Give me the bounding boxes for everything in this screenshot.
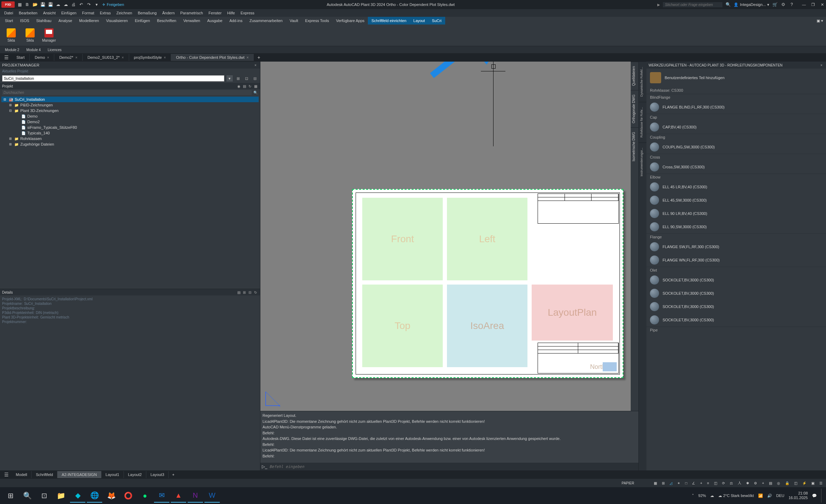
pm-det-ico4[interactable]: ↻ <box>253 290 258 295</box>
ribbon-tab-start[interactable]: Start <box>1 17 16 24</box>
drawing-type-tab[interactable]: Orthogonale DWG <box>631 90 638 127</box>
ribbon-btn-manager[interactable]: Manager <box>40 25 58 46</box>
ribbon-tab-modellieren[interactable]: Modellieren <box>76 17 103 24</box>
dynamics-icon[interactable]: ◆ <box>70 489 85 503</box>
ribbon-overflow-icon[interactable]: ▣ ▾ <box>814 17 826 24</box>
palette-item[interactable]: ELL 90 LR,BV,40 (CS300) <box>646 207 826 220</box>
palette-item[interactable]: SOCKOLET,BV,3000 (CS300) <box>646 300 826 313</box>
ribbon-tab-visualisieren[interactable]: Visualisieren <box>103 17 131 24</box>
saveas-icon[interactable]: 💾 <box>48 2 53 7</box>
tree-expand-icon[interactable]: ⊞ <box>8 137 13 140</box>
doc-tab-close-icon[interactable]: × <box>75 56 77 59</box>
weather-widget[interactable]: ☁ 2°C Stark bewölkt <box>718 493 754 498</box>
autocad-icon[interactable]: ▲ <box>171 489 186 503</box>
viewport-isoarea[interactable]: IsoArea <box>447 285 527 367</box>
doc-tab-menu-icon[interactable]: ☰ <box>1 55 12 60</box>
clock[interactable]: 21:08 16.01.2025 <box>789 491 808 500</box>
tree-expand-icon[interactable]: ⊟ <box>3 98 7 101</box>
user-menu[interactable]: 👤 IntegaDesign... ▾ <box>734 2 769 7</box>
palette-item[interactable]: Cross,SW,3000 (CS300) <box>646 160 826 174</box>
ribbon-btn-sikla[interactable]: Sikla <box>21 25 39 46</box>
sync-icon[interactable]: ☁ <box>710 493 714 498</box>
tree-item[interactable]: ⊞Zugehörige Dateien <box>1 141 259 147</box>
pm-tool3-icon[interactable]: ⊟ <box>252 75 258 82</box>
drawing-type-tab[interactable]: Quelldateien <box>631 62 638 90</box>
panel-label-licences[interactable]: Licences <box>44 47 65 52</box>
print-icon[interactable]: 🖨 <box>71 2 76 7</box>
palette-item[interactable]: COUPLING,SW,3000 (CS300) <box>646 140 826 154</box>
menu-fenster[interactable]: Fenster <box>206 10 224 16</box>
pm-tool2-icon[interactable]: ⊡ <box>243 75 250 82</box>
undo-icon[interactable]: ↶ <box>78 2 84 7</box>
units-toggle[interactable]: ▤ <box>768 481 774 486</box>
palette-add-custom[interactable]: Benutzerdefiniertes Teil hinzufügen <box>646 69 826 87</box>
doc-tab[interactable]: Demo2_SU013_2*× <box>83 54 129 61</box>
tree-item[interactable]: ⊞Rohrklassen <box>1 136 259 141</box>
otrack-toggle[interactable]: ∠ <box>691 481 696 486</box>
menu-datei[interactable]: Datei <box>1 10 16 16</box>
pm-view1-icon[interactable]: ◉ <box>236 84 241 89</box>
palette-item[interactable]: CAP,BV,40 (CS300) <box>646 120 826 134</box>
menu-ändern[interactable]: Ändern <box>160 10 177 16</box>
tree-item[interactable]: Demo2 <box>1 119 259 125</box>
doc-tab-close-icon[interactable]: × <box>122 56 124 59</box>
space-toggle[interactable]: PAPIER <box>2 481 636 486</box>
annotation-monitor[interactable]: + <box>761 481 765 486</box>
palette-item[interactable]: FLANGE SW,FL,RF,300 (CS300) <box>646 240 826 253</box>
viewport-left[interactable]: Left <box>447 198 527 280</box>
quick-prop[interactable]: ◎ <box>776 481 782 486</box>
doc-tab[interactable]: Start <box>12 54 30 61</box>
palette-item[interactable]: ELL 45,SW,3000 (CS300) <box>646 194 826 207</box>
search-icon[interactable]: 🔍 <box>725 2 731 7</box>
tree-item[interactable]: ⊞P&ID-Zeichnungen <box>1 102 259 108</box>
tree-item[interactable]: ⊟🏭SuCri_Installation <box>1 97 259 102</box>
lock-ui[interactable]: 🔒 <box>784 481 791 486</box>
panel-label-module-2[interactable]: Module 2 <box>1 47 23 52</box>
customize[interactable]: ☰ <box>818 481 824 486</box>
palette-item[interactable]: FLANGE BLIND,FL,RF,300 (CS300) <box>646 100 826 114</box>
palette-item[interactable]: SOCKOLET,BV,3000 (CS300) <box>646 273 826 287</box>
add-layout-button[interactable]: + <box>169 472 178 477</box>
tree-expand-icon[interactable]: ⊞ <box>8 142 13 146</box>
ribbon-tab-ausgabe[interactable]: Ausgabe <box>204 17 226 24</box>
network-icon[interactable]: 📶 <box>758 493 763 498</box>
firefox-icon[interactable]: 🦊 <box>104 489 119 503</box>
viewport-layoutplan[interactable]: LayoutPlan <box>532 285 613 341</box>
menu-extras[interactable]: Extras <box>97 10 113 16</box>
tree-item[interactable]: Typicals_140 <box>1 130 259 136</box>
workspace-toggle[interactable]: ⚙ <box>752 481 758 486</box>
ribbon-tab-layout[interactable]: Layout <box>410 17 428 24</box>
doc-tab-close-icon[interactable]: × <box>47 56 49 59</box>
layout-tab[interactable]: A2-INTEGADESIGN <box>57 471 101 478</box>
layout-tab[interactable]: Layout2 <box>124 471 146 478</box>
tree-item[interactable]: ⊟Plant 3D-Zeichnungen <box>1 108 259 113</box>
task-view-icon[interactable]: ⊡ <box>36 489 52 503</box>
hardware-accel[interactable]: ⚡ <box>801 481 808 486</box>
cloud-save-icon[interactable]: ☁ <box>63 2 69 7</box>
project-dropdown-button[interactable]: ▾ <box>226 75 233 82</box>
help-search-input[interactable] <box>663 2 722 7</box>
word-icon[interactable]: W <box>204 489 220 503</box>
grid-toggle[interactable]: ▦ <box>652 481 658 486</box>
redo-icon[interactable]: ↷ <box>86 2 92 7</box>
pm-det-ico1[interactable]: ▤ <box>236 290 241 295</box>
palette-tab[interactable]: Instrumentierungsr... <box>639 142 646 181</box>
pm-det-ico3[interactable]: ⊟ <box>247 290 252 295</box>
dyn-toggle[interactable]: + <box>699 481 704 486</box>
doc-tab-close-icon[interactable]: × <box>247 56 249 59</box>
chrome-icon[interactable]: ⭕ <box>120 489 136 503</box>
restore-button[interactable]: ❐ <box>811 2 816 7</box>
layout-tab[interactable]: Schriftfeld <box>31 471 57 478</box>
ribbon-tab-vault[interactable]: Vault <box>286 17 301 24</box>
tree-item[interactable]: Demo <box>1 113 259 119</box>
ribbon-tab-analyse[interactable]: Analyse <box>55 17 76 24</box>
pm-view2-icon[interactable]: ▤ <box>242 84 247 89</box>
pm-det-ico2[interactable]: ⊞ <box>242 290 247 295</box>
pm-props-icon[interactable]: ▦ <box>253 84 258 89</box>
anno-scale[interactable]: 人 <box>736 480 743 486</box>
polar-toggle[interactable]: ✶ <box>676 481 681 486</box>
ortho-toggle[interactable]: ◿ <box>668 481 674 486</box>
doc-tab[interactable]: Demo2*× <box>54 54 83 61</box>
volume-icon[interactable]: 🔊 <box>767 493 772 498</box>
new-icon[interactable]: 🗎 <box>24 2 30 7</box>
